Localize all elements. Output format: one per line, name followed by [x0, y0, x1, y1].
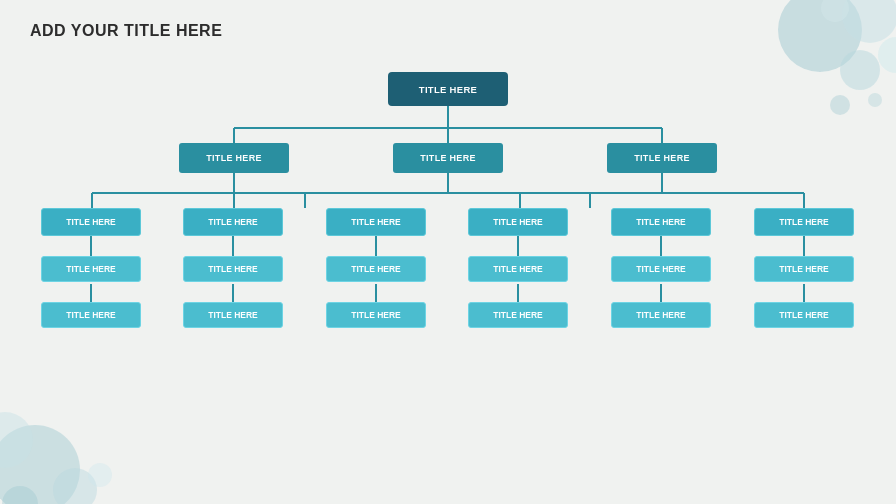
svg-point-1 — [842, 0, 896, 43]
node-l4-4-label: TITLE HERE — [636, 310, 686, 320]
node-l1-2: TITLE HERE — [607, 143, 717, 173]
node-l4-3: TITLE HERE — [468, 302, 568, 328]
node-l3-3-label: TITLE HERE — [493, 264, 543, 274]
node-l1-2-label: TITLE HERE — [634, 153, 690, 163]
node-l2-5-label: TITLE HERE — [779, 217, 829, 227]
node-l1-0-label: TITLE HERE — [206, 153, 262, 163]
node-l3-5: TITLE HERE — [754, 256, 854, 282]
node-l4-0: TITLE HERE — [41, 302, 141, 328]
node-l4-1-label: TITLE HERE — [208, 310, 258, 320]
node-l2-3-label: TITLE HERE — [493, 217, 543, 227]
svg-point-0 — [778, 0, 862, 72]
node-l3-1-label: TITLE HERE — [208, 264, 258, 274]
svg-point-3 — [878, 37, 896, 73]
node-l4-0-label: TITLE HERE — [66, 310, 116, 320]
node-l4-1: TITLE HERE — [183, 302, 283, 328]
node-l4-2: TITLE HERE — [326, 302, 426, 328]
node-l2-0-label: TITLE HERE — [66, 217, 116, 227]
node-l2-2-label: TITLE HERE — [351, 217, 401, 227]
node-l3-3: TITLE HERE — [468, 256, 568, 282]
node-l3-2-label: TITLE HERE — [351, 264, 401, 274]
node-l3-4: TITLE HERE — [611, 256, 711, 282]
page-title: ADD YOUR TITLE HERE — [30, 22, 222, 40]
node-l4-5-label: TITLE HERE — [779, 310, 829, 320]
node-l4-4: TITLE HERE — [611, 302, 711, 328]
svg-point-6 — [821, 0, 849, 22]
node-l2-3: TITLE HERE — [468, 208, 568, 236]
node-l4-3-label: TITLE HERE — [493, 310, 543, 320]
node-l1-1-label: TITLE HERE — [420, 153, 476, 163]
node-l3-5-label: TITLE HERE — [779, 264, 829, 274]
node-l1-1: TITLE HERE — [393, 143, 503, 173]
node-l0-label: TITLE HERE — [419, 84, 477, 95]
node-l2-0: TITLE HERE — [41, 208, 141, 236]
node-l2-2: TITLE HERE — [326, 208, 426, 236]
node-l3-0: TITLE HERE — [41, 256, 141, 282]
node-l1-0: TITLE HERE — [179, 143, 289, 173]
node-l3-4-label: TITLE HERE — [636, 264, 686, 274]
node-l3-0-label: TITLE HERE — [66, 264, 116, 274]
node-l4-5: TITLE HERE — [754, 302, 854, 328]
node-l2-4: TITLE HERE — [611, 208, 711, 236]
node-l0: TITLE HERE — [388, 72, 508, 106]
node-l2-4-label: TITLE HERE — [636, 217, 686, 227]
node-l2-5: TITLE HERE — [754, 208, 854, 236]
node-l2-1: TITLE HERE — [183, 208, 283, 236]
node-l3-1: TITLE HERE — [183, 256, 283, 282]
node-l4-2-label: TITLE HERE — [351, 310, 401, 320]
node-l3-2: TITLE HERE — [326, 256, 426, 282]
node-l2-1-label: TITLE HERE — [208, 217, 258, 227]
